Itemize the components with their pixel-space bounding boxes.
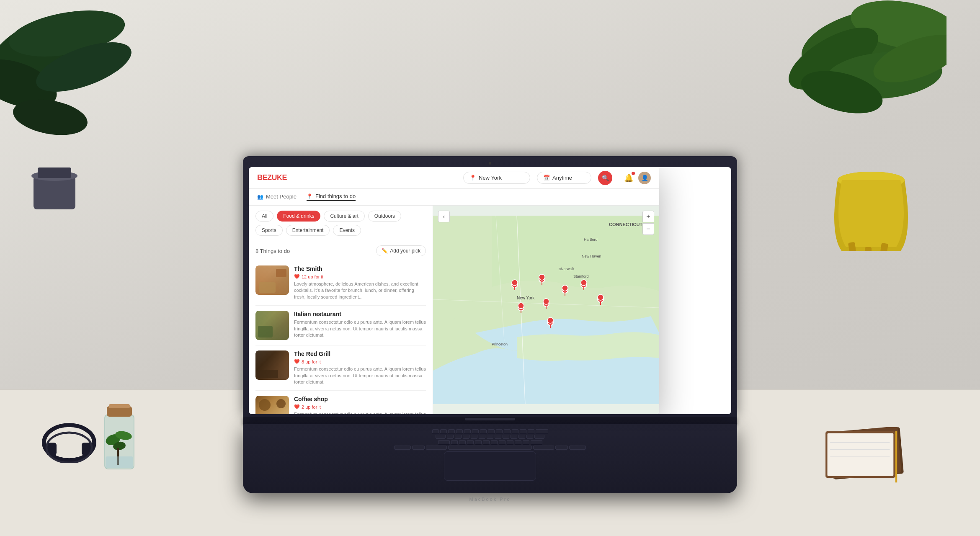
rating-heart-icon: ❤️	[294, 274, 300, 279]
location-value: New York	[479, 175, 502, 181]
laptop-keyboard-area	[243, 424, 737, 493]
listing-title-1: The Smith	[294, 265, 426, 272]
plant-right	[758, 0, 946, 251]
listing-desc-3: Fermentum consectetur odio eu purus ante…	[294, 366, 426, 385]
map-area: CONNECTICUT Hartford New Haven oNorwalk …	[433, 206, 659, 414]
svg-text:CONNECTICUT: CONNECTICUT	[609, 222, 642, 227]
listing-info-2: Italian restaurant Fermentum consectetur…	[294, 311, 426, 340]
filter-outdoors[interactable]: Outdoors	[368, 211, 401, 222]
svg-point-59	[562, 285, 568, 291]
listing-image-1	[255, 265, 289, 295]
filter-sports[interactable]: Sports	[255, 225, 283, 236]
calendar-icon: 📅	[543, 175, 550, 181]
svg-rect-34	[828, 433, 894, 476]
listing-title-3: The Red Grill	[294, 350, 426, 357]
svg-rect-30	[106, 456, 133, 468]
listing-image-3	[255, 350, 289, 380]
svg-text:New Haven: New Haven	[582, 254, 601, 258]
rating-heart-icon-3: ❤️	[294, 359, 300, 364]
avatar[interactable]: 👤	[638, 172, 651, 184]
add-pick-button[interactable]: ✏️ Add your pick	[376, 245, 426, 256]
add-pick-label: Add your pick	[390, 248, 420, 254]
notification-icon: 🔔	[624, 174, 633, 182]
svg-text:oNorwalk: oNorwalk	[559, 267, 575, 271]
listing-info-4: Coffee shop ❤️ 2 up for it Fermentum con…	[294, 396, 426, 414]
svg-text:Stamford: Stamford	[573, 274, 589, 278]
listing-rating-1: ❤️ 12 up for it	[294, 274, 426, 279]
listing-desc-2: Fermentum consectetur odio eu purus ante…	[294, 319, 426, 338]
app-container: BEZUKE 📍 New York 📅 Anytime 🔍	[249, 167, 659, 414]
rating-heart-icon-4: ❤️	[294, 404, 300, 410]
listing-image-2	[255, 311, 289, 340]
laptop-screen: BEZUKE 📍 New York 📅 Anytime 🔍	[243, 156, 737, 417]
svg-point-65	[598, 294, 603, 300]
map-collapse-button[interactable]: ‹	[438, 211, 450, 222]
laptop-hinge-detail	[465, 418, 515, 420]
listing-item[interactable]: Coffee shop ❤️ 2 up for it Fermentum con…	[255, 391, 426, 414]
listing-title-4: Coffee shop	[294, 396, 426, 402]
listing-image-4	[255, 396, 289, 414]
glass-jar	[101, 398, 138, 473]
listing-item[interactable]: Italian restaurant Fermentum consectetur…	[255, 306, 426, 345]
notification-badge	[632, 172, 635, 175]
svg-point-63	[547, 317, 553, 323]
listing-rating-3: ❤️ 8 up for it	[294, 359, 426, 364]
search-button[interactable]: 🔍	[598, 171, 612, 185]
svg-point-61	[581, 280, 587, 286]
tab-meet-people[interactable]: 👥 Meet People	[257, 193, 297, 201]
listing-info-3: The Red Grill ❤️ 8 up for it Fermentum c…	[294, 350, 426, 385]
listing-item[interactable]: The Red Grill ❤️ 8 up for it Fermentum c…	[255, 345, 426, 391]
svg-rect-17	[865, 247, 872, 251]
date-search[interactable]: 📅 Anytime	[537, 172, 591, 184]
left-panel: All Food & drinks Culture & art Outdoors…	[249, 206, 433, 414]
filter-all[interactable]: All	[255, 211, 273, 222]
results-header: 8 Things to do ✏️ Add your pick	[249, 241, 433, 260]
filter-food-drinks[interactable]: Food & drinks	[277, 211, 320, 222]
listing-title-2: Italian restaurant	[294, 311, 426, 317]
svg-text:Hartford: Hartford	[584, 237, 598, 242]
keyboard-row-3	[268, 440, 712, 444]
tab-find-things[interactable]: 📍 Find things to do	[307, 193, 356, 201]
notification-wrapper[interactable]: 🔔	[624, 173, 633, 183]
svg-point-57	[543, 299, 549, 304]
meet-people-icon: 👥	[257, 194, 263, 200]
filter-events[interactable]: Events	[333, 225, 361, 236]
map-svg: CONNECTICUT Hartford New Haven oNorwalk …	[433, 206, 659, 414]
plant-left	[0, 0, 151, 209]
filter-entertainment[interactable]: Entertainment	[286, 225, 330, 236]
listing-item[interactable]: The Smith ❤️ 12 up for it Lovely atmosph…	[255, 260, 426, 306]
date-value: Anytime	[552, 175, 572, 181]
svg-rect-25	[109, 404, 130, 408]
location-search[interactable]: 📍 New York	[463, 172, 530, 184]
headphones	[38, 412, 101, 463]
tab-find-things-label: Find things to do	[315, 193, 356, 199]
svg-text:Princeton: Princeton	[492, 342, 508, 346]
tab-meet-people-label: Meet People	[266, 193, 297, 200]
filter-culture-art[interactable]: Culture & art	[324, 211, 364, 222]
trackpad[interactable]	[444, 451, 536, 481]
scene: BEZUKE 📍 New York 📅 Anytime 🔍	[0, 0, 980, 536]
listing-rating-4: ❤️ 2 up for it	[294, 404, 426, 410]
svg-text:New York: New York	[517, 296, 535, 300]
zoom-in-button[interactable]: +	[642, 211, 654, 222]
svg-rect-7	[38, 168, 71, 178]
results-count: 8 Things to do	[255, 248, 290, 254]
laptop-brand-label: MacBook Pro	[243, 495, 737, 502]
location-pin-icon: 📍	[469, 175, 476, 181]
svg-point-55	[518, 303, 524, 309]
laptop-hinge	[243, 417, 737, 424]
find-things-icon: 📍	[307, 193, 313, 199]
add-pick-icon: ✏️	[382, 248, 388, 254]
search-icon: 🔍	[602, 175, 609, 181]
notebook	[821, 427, 905, 486]
keyboard-row-1	[268, 429, 712, 433]
svg-point-51	[512, 280, 518, 286]
header-right: 🔔 👤	[624, 172, 651, 184]
listings: The Smith ❤️ 12 up for it Lovely atmosph…	[249, 260, 433, 414]
zoom-out-button[interactable]: −	[642, 223, 654, 235]
listing-info-1: The Smith ❤️ 12 up for it Lovely atmosph…	[294, 265, 426, 300]
keyboard-row-2	[268, 435, 712, 439]
category-filters: All Food & drinks Culture & art Outdoors…	[249, 206, 433, 241]
app-nav: 👥 Meet People 📍 Find things to do	[249, 189, 659, 206]
map-controls: + −	[642, 211, 654, 235]
